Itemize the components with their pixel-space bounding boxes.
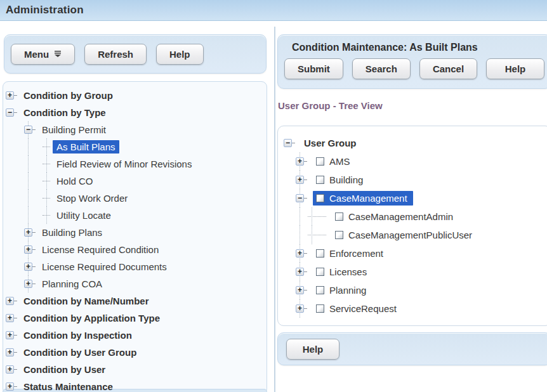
refresh-button[interactable]: Refresh	[84, 44, 147, 65]
tree-item-label[interactable]: Enforcement	[329, 248, 383, 259]
tree-item[interactable]: CaseManagementPublicUser	[332, 228, 478, 242]
tree-item-label[interactable]: Utility Locate	[56, 210, 111, 221]
tree-item-label[interactable]: Licenses	[329, 266, 367, 277]
tree-item[interactable]: Condition by Type	[20, 106, 110, 119]
tree-item-label[interactable]: Building Plans	[42, 227, 102, 238]
expand-plus-icon[interactable]: +	[296, 176, 304, 184]
tree-item[interactable]: Condition by Application Type	[20, 311, 164, 325]
tree-item-label[interactable]: License Required Documents	[42, 261, 167, 272]
condition-tree-panel: +Condition by Group−Condition by Type−Bu…	[3, 81, 267, 392]
collapse-minus-icon[interactable]: −	[284, 139, 292, 147]
expand-plus-icon[interactable]: +	[6, 331, 14, 339]
tree-item[interactable]: Condition by Name/Number	[20, 294, 153, 308]
checkbox[interactable]	[316, 249, 324, 258]
expand-plus-icon[interactable]: +	[6, 348, 14, 356]
cancel-button[interactable]: Cancel	[419, 58, 477, 79]
tree-connector	[32, 232, 36, 233]
tree-item-label[interactable]: CaseManagementPublicUser	[348, 230, 472, 240]
expand-plus-icon[interactable]: +	[6, 297, 14, 305]
tree-item-label[interactable]: CaseManagementAdmin	[348, 211, 453, 222]
checkbox[interactable]	[316, 157, 324, 166]
tree-item-label[interactable]: Planning	[329, 285, 366, 296]
checkbox[interactable]	[335, 212, 343, 221]
tree-item[interactable]: Building	[313, 173, 369, 187]
expand-plus-icon[interactable]: +	[296, 157, 304, 166]
help-button-bottom[interactable]: Help	[286, 339, 339, 360]
tree-item-label[interactable]: Condition by Name/Number	[23, 296, 149, 306]
tree-item[interactable]: License Required Documents	[38, 260, 171, 273]
tree-item-label[interactable]: Condition by Inspection	[23, 330, 132, 341]
expand-plus-icon[interactable]: +	[296, 304, 304, 313]
tree-item[interactable]: ServiceRequest	[313, 301, 402, 316]
tree-item[interactable]: Status Maintenance	[20, 380, 117, 392]
checkbox[interactable]	[316, 268, 324, 276]
tree-item-label[interactable]: CaseManagement	[329, 193, 407, 204]
help-button-left[interactable]: Help	[156, 44, 204, 65]
tree-item-label[interactable]: Condition by User	[23, 364, 105, 375]
expand-plus-icon[interactable]: +	[296, 268, 304, 276]
tree-item-label[interactable]: Building	[329, 174, 363, 185]
tree-guide-line	[28, 155, 29, 173]
refresh-button-label: Refresh	[98, 49, 133, 60]
tree-item[interactable]: Utility Locate	[53, 209, 115, 222]
help-button-top[interactable]: Help	[486, 58, 544, 79]
tree-item-label[interactable]: License Required Condition	[42, 244, 159, 255]
tree-item[interactable]: User Group	[301, 136, 362, 150]
expand-plus-icon[interactable]: +	[24, 280, 32, 288]
tree-item-label[interactable]: Condition by Type	[23, 107, 106, 118]
expand-plus-icon[interactable]: +	[24, 263, 32, 271]
checkbox[interactable]	[316, 304, 324, 313]
tree-item-label[interactable]: Building Permit	[42, 124, 106, 135]
tree-item-label[interactable]: Stop Work Order	[56, 193, 128, 204]
expand-plus-icon[interactable]: +	[6, 314, 14, 322]
checkbox[interactable]	[316, 176, 324, 184]
checkbox[interactable]	[316, 194, 324, 202]
tree-item-row: +Condition by Inspection	[3, 327, 267, 344]
tree-item[interactable]: Field Review of Minor Revisions	[53, 157, 195, 171]
tree-item[interactable]: Building Permit	[38, 123, 110, 136]
tree-item[interactable]: Condition by Group	[20, 89, 117, 102]
expand-plus-icon[interactable]: +	[6, 91, 14, 100]
expand-plus-icon[interactable]: +	[6, 365, 14, 374]
tree-item[interactable]: License Required Condition	[38, 243, 162, 256]
tree-item[interactable]: Condition by User Group	[20, 346, 140, 359]
collapse-minus-icon[interactable]: −	[296, 194, 304, 202]
tree-item[interactable]: Hold CO	[53, 174, 97, 188]
tree-item-label[interactable]: As Built Plans	[56, 141, 115, 152]
expand-plus-icon[interactable]: +	[296, 249, 304, 258]
tree-item[interactable]: AMS	[313, 154, 356, 169]
tree-item-selected[interactable]: As Built Plans	[53, 140, 119, 154]
search-button[interactable]: Search	[352, 58, 411, 79]
tree-item[interactable]: CaseManagementAdmin	[332, 209, 459, 224]
tree-item-selected[interactable]: CaseManagement	[313, 191, 413, 206]
checkbox[interactable]	[335, 231, 343, 239]
user-group-tree: −User Group+AMS+Building−CaseManagementC…	[278, 134, 547, 318]
tree-item-label[interactable]: Condition by User Group	[23, 347, 136, 358]
tree-item-label[interactable]: Planning COA	[42, 278, 102, 289]
menu-button[interactable]: Menu	[11, 44, 75, 65]
tree-item[interactable]: Enforcement	[313, 246, 389, 261]
expand-plus-icon[interactable]: +	[24, 228, 32, 237]
tree-item-label[interactable]: Condition by Application Type	[23, 313, 160, 323]
tree-item-label[interactable]: AMS	[329, 156, 350, 167]
tree-item-label[interactable]: Condition by Group	[23, 90, 113, 101]
tree-item-label[interactable]: Hold CO	[56, 176, 93, 186]
expand-plus-icon[interactable]: +	[296, 286, 304, 294]
collapse-minus-icon[interactable]: −	[24, 126, 32, 134]
tree-item-label[interactable]: ServiceRequest	[329, 303, 397, 314]
tree-item[interactable]: Planning COA	[38, 277, 106, 291]
tree-item[interactable]: Condition by Inspection	[20, 329, 136, 342]
collapse-minus-icon[interactable]: −	[6, 108, 14, 117]
submit-button[interactable]: Submit	[284, 58, 343, 79]
checkbox[interactable]	[316, 286, 324, 294]
expand-plus-icon[interactable]: +	[6, 382, 14, 391]
tree-item-label[interactable]: Field Review of Minor Revisions	[56, 159, 192, 169]
tree-item[interactable]: Planning	[313, 283, 372, 297]
tree-item-label[interactable]: User Group	[304, 138, 357, 148]
expand-plus-icon[interactable]: +	[24, 245, 32, 254]
tree-item[interactable]: Stop Work Order	[53, 192, 131, 205]
tree-item[interactable]: Licenses	[313, 265, 372, 279]
tree-item-label[interactable]: Status Maintenance	[23, 381, 113, 392]
tree-item[interactable]: Building Plans	[38, 226, 106, 239]
tree-item[interactable]: Condition by User	[20, 363, 109, 376]
